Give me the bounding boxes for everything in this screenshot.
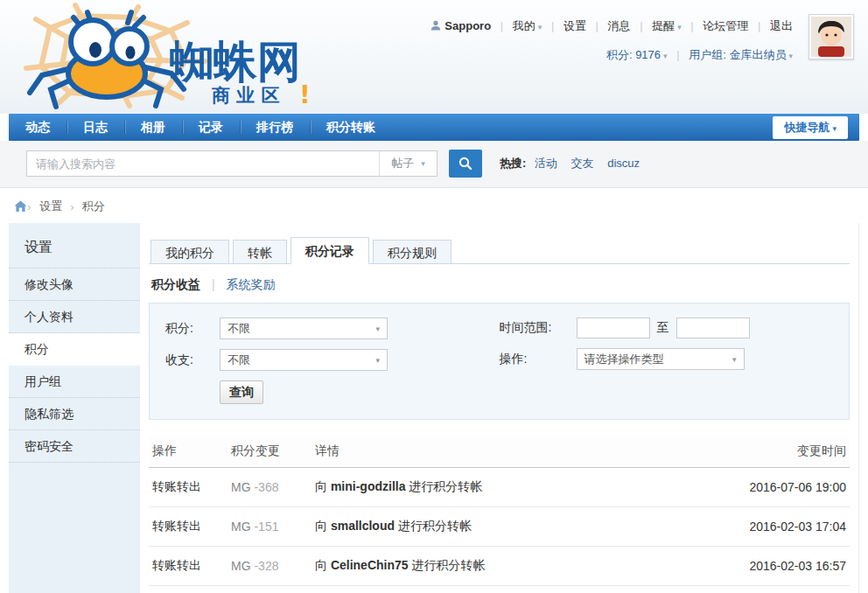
credit-unit: MG xyxy=(231,480,251,494)
search-category-select[interactable]: 帖子 ▾ xyxy=(379,151,437,176)
chevron-down-icon: ▾ xyxy=(732,355,737,364)
divider: | xyxy=(500,19,503,32)
nav-item-feed[interactable]: 动态 xyxy=(9,114,66,141)
breadcrumb-settings[interactable]: 设置 xyxy=(39,199,62,214)
detail-username: mini-godzilla xyxy=(331,479,406,493)
page: 蜘蛛网 商 业 区 ! Sapporo | 我的▾ | 设置 | 消息 | 提醒… xyxy=(0,0,868,593)
breadcrumb: › 设置 › 积分 xyxy=(0,188,868,223)
menu-settings[interactable]: 设置 xyxy=(564,19,586,32)
cell-detail: 向 smallcloud 进行积分转帐 xyxy=(312,507,710,547)
credit-tabs: 我的积分 转帐 积分记录 积分规则 xyxy=(149,237,850,264)
divider: | xyxy=(690,19,693,32)
header-action: 操作 xyxy=(149,436,228,468)
credit-change-value: -328 xyxy=(254,559,278,573)
filter-panel: 积分: 不限 ▾ 收支: 不限 ▾ 查询 xyxy=(149,303,850,420)
credit-change-value: -368 xyxy=(254,480,278,494)
spider-logo-graphic: 蜘蛛网 商 业 区 ! xyxy=(5,0,338,110)
menu-logout[interactable]: 退出 xyxy=(770,19,793,32)
subnav-credit-income[interactable]: 积分收益 xyxy=(151,277,200,291)
sidebar-item-profile[interactable]: 个人资料 xyxy=(9,301,140,333)
query-button[interactable]: 查询 xyxy=(220,380,263,404)
action-type-value: 请选择操作类型 xyxy=(584,352,664,367)
balance-filter-value: 不限 xyxy=(228,352,250,368)
chevron-down-icon: ▾ xyxy=(375,356,380,365)
user-menu-row: Sapporo | 我的▾ | 设置 | 消息 | 提醒▾ | 论坛管理 | 退… xyxy=(430,17,793,36)
settings-sidebar: 设置 修改头像 个人资料 积分 用户组 隐私筛选 密码安全 xyxy=(9,223,140,593)
logo-title: 蜘蛛网 xyxy=(169,37,301,87)
table-row: 转账转出 MG -328 向 CelineChin75 进行积分转帐 2016-… xyxy=(149,547,850,586)
sidebar-item-usergroup[interactable]: 用户组 xyxy=(9,366,140,398)
menu-notifications[interactable]: 提醒 xyxy=(652,19,675,32)
credits-link[interactable]: 积分: 9176 xyxy=(606,48,661,61)
filter-left-column: 积分: 不限 ▾ 收支: 不限 ▾ 查询 xyxy=(165,317,500,414)
cell-change: MG +10000 xyxy=(228,586,312,593)
action-filter-label: 操作: xyxy=(500,352,577,367)
divider: | xyxy=(676,48,679,61)
breadcrumb-separator: › xyxy=(70,200,74,213)
divider: | xyxy=(551,19,554,32)
top-header: 蜘蛛网 商 业 区 ! Sapporo | 我的▾ | 设置 | 消息 | 提醒… xyxy=(0,0,868,114)
time-from-input[interactable] xyxy=(577,317,650,338)
user-icon xyxy=(430,20,441,31)
tab-credit-log[interactable]: 积分记录 xyxy=(290,237,369,264)
search-input[interactable] xyxy=(27,157,379,171)
tab-credit-rules[interactable]: 积分规则 xyxy=(373,240,452,264)
divider: | xyxy=(758,19,760,32)
log-subnav: 积分收益 | 系统奖励 xyxy=(149,264,850,303)
avatar-image xyxy=(811,17,851,57)
sidebar-item-credits[interactable]: 积分 xyxy=(9,333,140,366)
divider: | xyxy=(640,19,642,32)
logo-subtitle: 商 业 区 xyxy=(211,85,280,106)
nav-item-credit-transfer[interactable]: 积分转账 xyxy=(310,114,392,141)
cell-change: MG -368 xyxy=(228,468,312,507)
sidebar-item-privacy[interactable]: 隐私筛选 xyxy=(9,398,140,430)
credit-unit: MG xyxy=(231,520,251,534)
nav-item-blog[interactable]: 日志 xyxy=(66,114,124,141)
usergroup-link[interactable]: 用户组: 金库出纳员 xyxy=(689,48,786,61)
hot-link-activity[interactable]: 活动 xyxy=(535,157,557,170)
menu-my[interactable]: 我的 xyxy=(513,19,536,32)
avatar[interactable] xyxy=(808,14,854,59)
cell-action: 转账转出 xyxy=(149,547,228,586)
time-range-label: 时间范围: xyxy=(500,320,577,336)
time-to-input[interactable] xyxy=(676,317,750,338)
content-area: 设置 修改头像 个人资料 积分 用户组 隐私筛选 密码安全 我的积分 转帐 积分… xyxy=(9,223,859,593)
chevron-down-icon: ▾ xyxy=(663,52,668,60)
logo-bang: ! xyxy=(299,80,311,109)
menu-forum-admin[interactable]: 论坛管理 xyxy=(703,19,748,32)
search-button[interactable] xyxy=(449,150,482,178)
search-strip: 帖子 ▾ 热搜: 活动 交友 discuz xyxy=(0,141,868,188)
subnav-system-reward[interactable]: 系统奖励 xyxy=(226,277,275,291)
balance-filter-select[interactable]: 不限 ▾ xyxy=(220,349,388,371)
chevron-down-icon: ▾ xyxy=(832,124,836,133)
divider: | xyxy=(212,277,215,291)
nav-item-album[interactable]: 相册 xyxy=(124,114,182,141)
sidebar-item-avatar[interactable]: 修改头像 xyxy=(9,269,140,301)
nav-item-records[interactable]: 记录 xyxy=(182,114,240,141)
menu-messages[interactable]: 消息 xyxy=(608,19,631,32)
credit-filter-select[interactable]: 不限 ▾ xyxy=(220,317,388,339)
detail-prefix: 向 xyxy=(315,558,331,572)
username-link[interactable]: Sapporo xyxy=(444,19,491,32)
filter-right-column: 时间范围: 至 操作: 请选择操作类型 ▾ xyxy=(500,317,834,414)
time-to-label: 至 xyxy=(657,320,669,336)
nav-item-ranking[interactable]: 排行榜 xyxy=(240,114,310,141)
site-logo[interactable]: 蜘蛛网 商 业 区 ! xyxy=(5,0,338,113)
main-nav: 动态 日志 相册 记录 排行榜 积分转账 快捷导航▾ xyxy=(9,114,859,141)
cell-action: 转账转出 xyxy=(149,507,228,547)
sidebar-item-password[interactable]: 密码安全 xyxy=(9,430,140,463)
home-icon[interactable] xyxy=(14,200,27,213)
divider: | xyxy=(596,19,598,32)
credit-filter-label: 积分: xyxy=(165,321,220,337)
tab-my-credits[interactable]: 我的积分 xyxy=(150,240,229,264)
breadcrumb-credits[interactable]: 积分 xyxy=(82,199,105,214)
hot-link-discuz[interactable]: discuz xyxy=(607,157,640,170)
chevron-down-icon: ▾ xyxy=(375,324,380,333)
hot-link-friends[interactable]: 交友 xyxy=(571,157,594,170)
table-header-row: 操作 积分变更 详情 变更时间 xyxy=(149,436,850,468)
action-type-select[interactable]: 请选择操作类型 ▾ xyxy=(577,348,745,370)
quick-nav-button[interactable]: 快捷导航▾ xyxy=(773,116,848,139)
search-box: 帖子 ▾ xyxy=(26,150,438,177)
user-panel: Sapporo | 我的▾ | 设置 | 消息 | 提醒▾ | 论坛管理 | 退… xyxy=(430,17,793,65)
tab-transfer[interactable]: 转帐 xyxy=(233,240,287,264)
